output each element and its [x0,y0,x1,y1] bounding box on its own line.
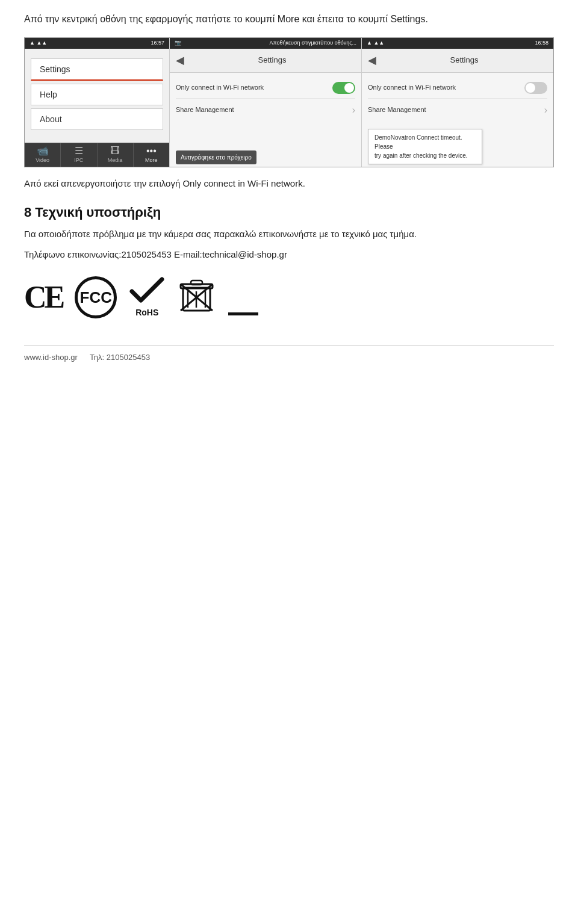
left-statusbar: ▲ ▲▲ 16:57 [25,38,169,49]
footer-phone-label: Τηλ: [90,353,104,362]
error-popup: DemoNovatron Connect timeout. Please try… [368,129,482,164]
footer: www.id-shop.gr Τηλ: 2105025453 [24,345,554,364]
screenshot-composite: ▲ ▲▲ 16:57 Settings Help About 📹 Video ☰… [24,37,554,167]
section8-body2: Τηλέφωνο επικοινωνίας:2105025453 E-mail:… [24,247,554,262]
more-icon: ••• [146,146,157,156]
middle-panel-body: Only connect in Wi-Fi network Share Mana… [170,73,361,147]
middle-panel-title: Settings [189,54,355,66]
error-popup-area: DemoNovatron Connect timeout. Please try… [362,126,553,167]
ipc-icon: ☰ [75,146,83,156]
share-chevron-icon: › [352,103,355,117]
wifi-setting-label: Only connect in Wi-Fi network [176,82,264,93]
nav-more[interactable]: ••• More [134,143,169,167]
right-panel-body: Only connect in Wi-Fi network Share Mana… [362,73,553,126]
rohs-label: RoHS [135,306,158,319]
left-nav-menu: Settings Help About [25,49,169,143]
ce-mark-logo: CE [24,274,63,321]
nav-more-label: More [145,157,158,165]
notification-area: Αντιγράφηκε στο πρόχειρο [170,147,361,167]
nav-media[interactable]: 🎞 Media [98,143,134,167]
right-share-management-label: Share Management [368,105,426,115]
right-time-display: 16:58 [535,39,548,48]
fcc-logo: FCC [75,276,117,318]
right-wifi-icon: ▲ ▲▲ [367,39,384,48]
clipboard-notification: Αντιγράφηκε στο πρόχειρο [176,150,256,164]
middle-explanation-text: Από εκεί απενεργοποιήστε την επιλογή Onl… [24,177,554,191]
right-settings-panel: ▲ ▲▲ 16:58 ◀ Settings Only connect in Wi… [361,38,553,167]
wifi-toggle-off[interactable] [524,82,547,94]
wifi-toggle-on[interactable] [332,82,355,94]
nav-ipc[interactable]: ☰ IPC [61,143,97,167]
right-wifi-toggle-row: Only connect in Wi-Fi network [368,78,547,99]
right-back-arrow-icon[interactable]: ◀ [368,52,376,69]
right-wifi-setting-label: Only connect in Wi-Fi network [368,82,456,93]
error-title-text: DemoNovatron Connect timeout. Please [374,133,476,151]
error-body-text: try again after checking the device. [374,151,476,160]
right-share-chevron-icon: › [544,103,547,117]
screenshot-notif-icon: 📷 [175,39,181,48]
nav-video-label: Video [36,157,49,165]
time-display: 16:57 [151,39,164,48]
bottom-nav-bar: 📹 Video ☰ IPC 🎞 Media ••• More [25,143,169,167]
share-management-row[interactable]: Share Management › [176,99,355,122]
nav-ipc-label: IPC [74,157,83,165]
nav-media-label: Media [108,157,123,165]
right-panel-header: ◀ Settings [362,49,553,73]
intro-paragraph: Από την κεντρική οθόνη της εφαρμογής πατ… [24,12,554,26]
middle-settings-panel: 📷 Αποθήκευση στιγμιοτύπου οθόνης... ◀ Se… [169,38,361,167]
share-management-label: Share Management [176,105,234,115]
footer-phone: Τηλ: 2105025453 [90,352,150,364]
weee-svg [177,274,216,317]
nav-help-button[interactable]: Help [31,84,163,105]
wifi-toggle-row: Only connect in Wi-Fi network [176,78,355,99]
nav-settings-button[interactable]: Settings [31,58,163,81]
cert-bar-separator [228,276,258,318]
footer-website: www.id-shop.gr [24,352,78,364]
video-icon: 📹 [37,146,49,156]
right-share-management-row[interactable]: Share Management › [368,99,547,122]
weee-logo [177,274,216,321]
rohs-checkmark-svg [129,276,165,306]
nav-video[interactable]: 📹 Video [25,143,61,167]
svg-rect-2 [191,281,202,285]
screenshot-notif-text: Αποθήκευση στιγμιοτύπου οθόνης... [269,39,356,48]
right-statusbar: ▲ ▲▲ 16:58 [362,38,553,49]
nav-about-button[interactable]: About [31,108,163,130]
middle-statusbar: 📷 Αποθήκευση στιγμιοτύπου οθόνης... [170,38,361,49]
right-panel-title: Settings [381,54,547,66]
certification-logos: CE FCC RoHS [24,274,554,321]
left-nav-panel: ▲ ▲▲ 16:57 Settings Help About 📹 Video ☰… [25,38,169,167]
media-icon: 🎞 [110,146,120,156]
wifi-icon: ▲ ▲▲ [30,39,47,48]
rohs-logo: RoHS [129,276,165,319]
section8-body1: Για οποιοδήποτε πρόβλημα με την κάμερα σ… [24,227,554,241]
middle-panel-header: ◀ Settings [170,49,361,73]
back-arrow-icon[interactable]: ◀ [176,52,184,69]
section8-heading: 8 Τεχνική υποστήριξη [24,202,554,222]
footer-phone-number: 2105025453 [107,353,150,362]
